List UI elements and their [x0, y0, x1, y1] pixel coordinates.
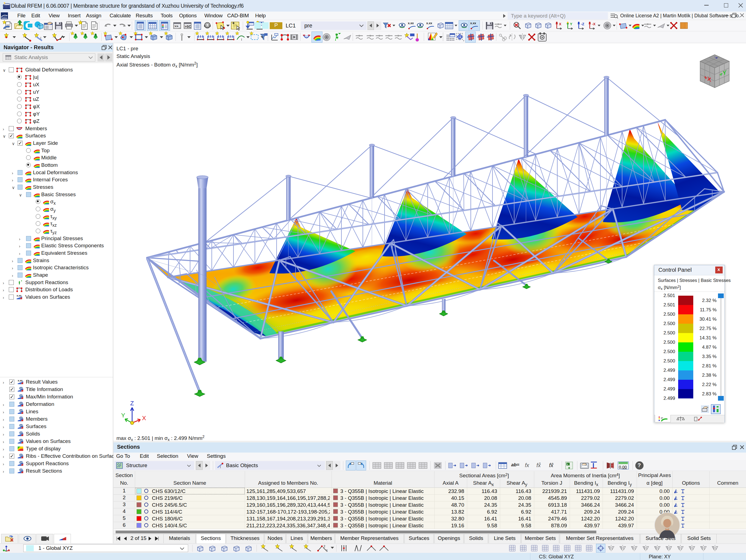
svg-text:2: 2 [323, 544, 325, 548]
svg-text:-X: -X [592, 22, 596, 26]
svg-text:X: X [567, 463, 568, 466]
svg-text:-Z: -Z [581, 22, 584, 26]
svg-text:I: I [40, 36, 41, 39]
svg-text:Y: Y [570, 22, 572, 26]
svg-text:I: I [241, 38, 242, 41]
svg-text:X: X [559, 22, 562, 26]
svg-text:6: 6 [326, 549, 328, 552]
svg-text:X: X [142, 415, 146, 421]
svg-text:6: 6 [4, 2, 5, 5]
svg-text:Z: Z [130, 400, 134, 407]
svg-text:I: I [220, 466, 221, 469]
svg-text:Y: Y [121, 412, 125, 419]
